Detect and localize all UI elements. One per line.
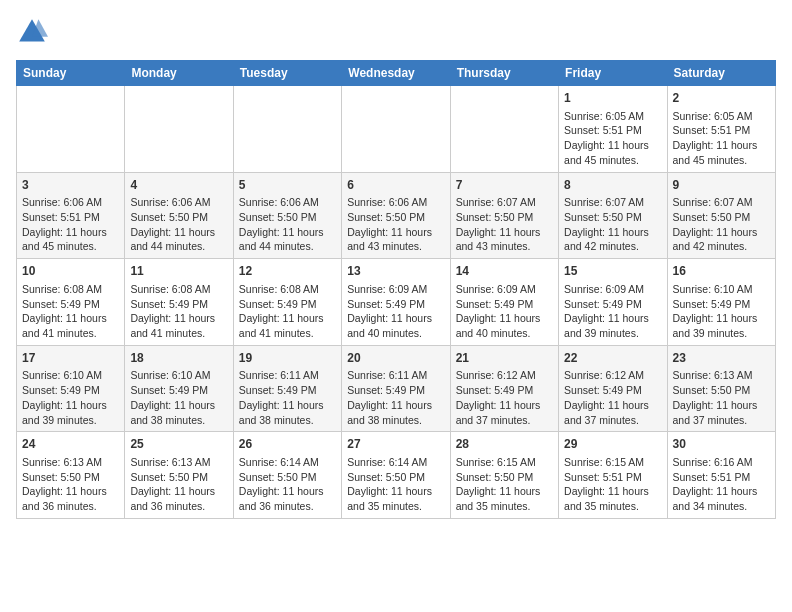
day-number: 20: [347, 350, 444, 367]
day-number: 15: [564, 263, 661, 280]
day-number: 7: [456, 177, 553, 194]
day-info: Daylight: 11 hours: [347, 311, 444, 326]
day-info: Daylight: 11 hours: [673, 138, 770, 153]
day-info: Sunrise: 6:08 AM: [239, 282, 336, 297]
day-number: 24: [22, 436, 119, 453]
day-info: Daylight: 11 hours: [130, 225, 227, 240]
day-number: 23: [673, 350, 770, 367]
logo-icon: [16, 16, 48, 48]
day-info: Daylight: 11 hours: [22, 398, 119, 413]
day-info: Sunrise: 6:13 AM: [673, 368, 770, 383]
day-info: Sunset: 5:49 PM: [456, 297, 553, 312]
day-number: 8: [564, 177, 661, 194]
day-info: Sunset: 5:49 PM: [22, 383, 119, 398]
day-info: Sunrise: 6:12 AM: [564, 368, 661, 383]
day-info: and 39 minutes.: [564, 326, 661, 341]
day-info: Sunset: 5:50 PM: [130, 210, 227, 225]
day-info: Daylight: 11 hours: [130, 311, 227, 326]
day-info: Sunset: 5:49 PM: [347, 297, 444, 312]
day-info: Sunrise: 6:11 AM: [347, 368, 444, 383]
day-info: Daylight: 11 hours: [564, 398, 661, 413]
day-info: and 44 minutes.: [130, 239, 227, 254]
week-row-5: 24Sunrise: 6:13 AMSunset: 5:50 PMDayligh…: [17, 432, 776, 519]
day-info: Daylight: 11 hours: [239, 484, 336, 499]
week-row-4: 17Sunrise: 6:10 AMSunset: 5:49 PMDayligh…: [17, 345, 776, 432]
day-number: 12: [239, 263, 336, 280]
day-number: 17: [22, 350, 119, 367]
calendar-cell: 8Sunrise: 6:07 AMSunset: 5:50 PMDaylight…: [559, 172, 667, 259]
day-info: and 42 minutes.: [564, 239, 661, 254]
day-info: and 39 minutes.: [673, 326, 770, 341]
day-info: Sunset: 5:50 PM: [22, 470, 119, 485]
calendar-cell: [450, 86, 558, 173]
calendar-cell: 2Sunrise: 6:05 AMSunset: 5:51 PMDaylight…: [667, 86, 775, 173]
day-number: 27: [347, 436, 444, 453]
day-number: 25: [130, 436, 227, 453]
calendar-cell: 7Sunrise: 6:07 AMSunset: 5:50 PMDaylight…: [450, 172, 558, 259]
day-info: Sunset: 5:49 PM: [347, 383, 444, 398]
day-info: Daylight: 11 hours: [239, 398, 336, 413]
calendar-cell: 27Sunrise: 6:14 AMSunset: 5:50 PMDayligh…: [342, 432, 450, 519]
day-info: and 45 minutes.: [673, 153, 770, 168]
day-info: and 40 minutes.: [456, 326, 553, 341]
calendar-cell: 9Sunrise: 6:07 AMSunset: 5:50 PMDaylight…: [667, 172, 775, 259]
day-info: Daylight: 11 hours: [456, 225, 553, 240]
day-info: Sunrise: 6:14 AM: [239, 455, 336, 470]
day-info: Sunrise: 6:13 AM: [130, 455, 227, 470]
calendar-cell: 28Sunrise: 6:15 AMSunset: 5:50 PMDayligh…: [450, 432, 558, 519]
calendar-cell: [342, 86, 450, 173]
day-info: and 38 minutes.: [347, 413, 444, 428]
day-info: Sunrise: 6:08 AM: [130, 282, 227, 297]
weekday-header-monday: Monday: [125, 61, 233, 86]
calendar-cell: 3Sunrise: 6:06 AMSunset: 5:51 PMDaylight…: [17, 172, 125, 259]
day-number: 1: [564, 90, 661, 107]
day-info: Sunset: 5:50 PM: [673, 210, 770, 225]
calendar-cell: 17Sunrise: 6:10 AMSunset: 5:49 PMDayligh…: [17, 345, 125, 432]
day-number: 30: [673, 436, 770, 453]
day-info: and 42 minutes.: [673, 239, 770, 254]
day-info: Sunset: 5:50 PM: [347, 210, 444, 225]
weekday-header-thursday: Thursday: [450, 61, 558, 86]
day-info: Sunset: 5:50 PM: [456, 470, 553, 485]
day-info: Sunset: 5:50 PM: [130, 470, 227, 485]
day-info: Daylight: 11 hours: [347, 398, 444, 413]
day-info: and 40 minutes.: [347, 326, 444, 341]
day-number: 14: [456, 263, 553, 280]
day-info: and 41 minutes.: [22, 326, 119, 341]
day-info: Daylight: 11 hours: [673, 398, 770, 413]
day-info: Sunset: 5:49 PM: [22, 297, 119, 312]
calendar-cell: 26Sunrise: 6:14 AMSunset: 5:50 PMDayligh…: [233, 432, 341, 519]
calendar-cell: [233, 86, 341, 173]
day-info: Sunrise: 6:09 AM: [347, 282, 444, 297]
calendar-cell: 22Sunrise: 6:12 AMSunset: 5:49 PMDayligh…: [559, 345, 667, 432]
day-info: Sunrise: 6:05 AM: [673, 109, 770, 124]
day-info: Sunrise: 6:07 AM: [673, 195, 770, 210]
day-number: 28: [456, 436, 553, 453]
day-number: 22: [564, 350, 661, 367]
day-number: 18: [130, 350, 227, 367]
day-info: Sunrise: 6:06 AM: [22, 195, 119, 210]
day-info: Daylight: 11 hours: [456, 398, 553, 413]
day-number: 5: [239, 177, 336, 194]
day-info: Sunset: 5:51 PM: [564, 123, 661, 138]
day-info: Daylight: 11 hours: [564, 138, 661, 153]
day-info: and 41 minutes.: [239, 326, 336, 341]
day-number: 10: [22, 263, 119, 280]
day-info: and 35 minutes.: [564, 499, 661, 514]
day-info: Sunset: 5:49 PM: [564, 383, 661, 398]
day-info: Sunset: 5:49 PM: [239, 383, 336, 398]
calendar-cell: 11Sunrise: 6:08 AMSunset: 5:49 PMDayligh…: [125, 259, 233, 346]
calendar-cell: 14Sunrise: 6:09 AMSunset: 5:49 PMDayligh…: [450, 259, 558, 346]
weekday-header-tuesday: Tuesday: [233, 61, 341, 86]
day-info: Daylight: 11 hours: [22, 225, 119, 240]
day-info: Sunset: 5:49 PM: [130, 383, 227, 398]
day-info: Daylight: 11 hours: [673, 484, 770, 499]
day-info: Sunrise: 6:10 AM: [673, 282, 770, 297]
day-number: 2: [673, 90, 770, 107]
calendar-cell: 16Sunrise: 6:10 AMSunset: 5:49 PMDayligh…: [667, 259, 775, 346]
day-info: Daylight: 11 hours: [130, 484, 227, 499]
day-info: and 35 minutes.: [456, 499, 553, 514]
day-number: 11: [130, 263, 227, 280]
day-info: Sunrise: 6:15 AM: [456, 455, 553, 470]
calendar-cell: 20Sunrise: 6:11 AMSunset: 5:49 PMDayligh…: [342, 345, 450, 432]
